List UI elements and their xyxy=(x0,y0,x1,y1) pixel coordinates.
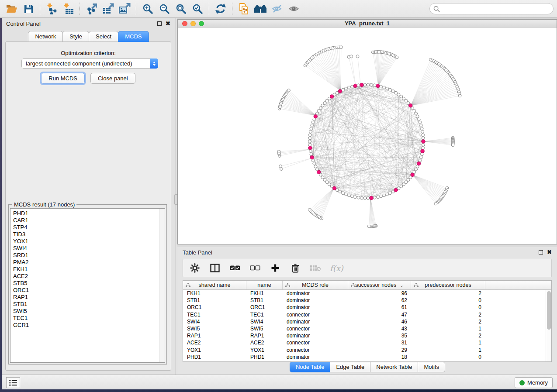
graph-node[interactable] xyxy=(386,193,389,196)
graph-node[interactable] xyxy=(420,127,423,130)
mcds-result-item[interactable]: STP4 xyxy=(13,224,158,231)
zoom-out-button[interactable] xyxy=(156,2,173,16)
graph-node[interactable] xyxy=(394,91,398,94)
list-scrollbar[interactable] xyxy=(159,209,165,362)
graph-node[interactable] xyxy=(310,153,313,156)
graph-node[interactable] xyxy=(395,56,398,59)
graph-node[interactable] xyxy=(415,112,418,115)
dominator-node[interactable] xyxy=(338,89,342,93)
tab-network[interactable]: Network xyxy=(28,31,63,42)
graph-node[interactable] xyxy=(367,83,370,86)
graph-node[interactable] xyxy=(380,195,383,198)
graph-node[interactable] xyxy=(400,95,403,98)
mcds-result-item[interactable]: ACE2 xyxy=(13,273,158,280)
graph-node[interactable] xyxy=(363,197,367,200)
column-header-predecessor-nodes[interactable]: predecessor nodes xyxy=(411,281,485,289)
import-network-button[interactable] xyxy=(43,2,60,16)
graph-node[interactable] xyxy=(310,127,313,130)
graph-node[interactable] xyxy=(376,196,379,199)
graph-node[interactable] xyxy=(422,143,425,146)
graph-node[interactable] xyxy=(416,115,419,118)
graph-node[interactable] xyxy=(325,99,329,102)
save-session-button[interactable] xyxy=(20,2,37,16)
graph-node[interactable] xyxy=(347,86,350,89)
table-row[interactable]: SWI4SWI4dominator462 xyxy=(183,318,551,325)
dominator-node[interactable] xyxy=(421,149,424,153)
mcds-result-item[interactable]: PHD1 xyxy=(13,210,158,217)
table-row[interactable]: TEC1TEC1connector472 xyxy=(183,311,551,318)
graph-node[interactable] xyxy=(287,89,291,92)
tab-style[interactable]: Style xyxy=(62,31,89,42)
mcds-result-item[interactable]: YOX1 xyxy=(13,238,158,245)
mcds-result-item[interactable]: PMA2 xyxy=(13,259,158,266)
graph-node[interactable] xyxy=(309,150,312,153)
dominator-node[interactable] xyxy=(360,83,363,86)
dominator-node[interactable] xyxy=(308,146,312,150)
zoom-selected-button[interactable] xyxy=(189,2,206,16)
column-header-name[interactable]: name xyxy=(246,281,283,289)
delete-column-button[interactable] xyxy=(290,261,301,275)
graph-node[interactable] xyxy=(313,162,316,165)
graph-node[interactable] xyxy=(323,179,326,182)
graph-node[interactable] xyxy=(402,183,405,186)
graph-node[interactable] xyxy=(389,192,392,195)
binoculars-button[interactable] xyxy=(252,2,269,16)
export-table-button[interactable] xyxy=(100,2,116,16)
table-row[interactable]: ORC1ORC1dominator610 xyxy=(183,304,551,311)
mcds-result-item[interactable]: SWI4 xyxy=(13,245,158,252)
dominator-node[interactable] xyxy=(332,186,336,190)
graph-node[interactable] xyxy=(325,181,329,184)
zoom-fit-button[interactable] xyxy=(173,2,189,16)
graph-node[interactable] xyxy=(308,208,311,211)
close-panel-button[interactable]: Close panel xyxy=(90,73,135,84)
table-row[interactable]: RAP1RAP1dominator352 xyxy=(183,332,551,339)
graph-node[interactable] xyxy=(308,137,311,140)
dominator-node[interactable] xyxy=(314,114,317,118)
table-row[interactable]: ACE2ACE2connector311 xyxy=(183,339,551,346)
split-view-button[interactable] xyxy=(209,261,221,275)
import-table-button[interactable] xyxy=(60,2,76,16)
graph-node[interactable] xyxy=(367,197,370,200)
mcds-result-item[interactable]: STB1 xyxy=(13,301,158,308)
dominator-node[interactable] xyxy=(353,84,357,87)
graph-node[interactable] xyxy=(413,109,416,112)
dominator-node[interactable] xyxy=(422,140,425,143)
graph-node[interactable] xyxy=(357,196,360,199)
deselect-all-rows-button[interactable] xyxy=(249,261,261,275)
zoom-in-button[interactable] xyxy=(139,2,156,16)
graph-node[interactable] xyxy=(351,195,354,198)
scrollbar-thumb[interactable] xyxy=(547,291,551,330)
mcds-result-item[interactable]: SWI5 xyxy=(13,308,158,315)
graph-node[interactable] xyxy=(344,193,347,196)
graph-node[interactable] xyxy=(319,107,322,110)
mcds-result-item[interactable]: SRD1 xyxy=(13,252,158,259)
graph-node[interactable] xyxy=(422,146,425,149)
graph-node[interactable] xyxy=(383,86,386,89)
graph-node[interactable] xyxy=(308,140,311,143)
dominator-node[interactable] xyxy=(411,173,414,176)
graph-node[interactable] xyxy=(351,85,354,88)
mcds-result-item[interactable]: FKH1 xyxy=(13,266,158,273)
graph-node[interactable] xyxy=(363,83,367,86)
graph-node[interactable] xyxy=(367,225,370,228)
graph-node[interactable] xyxy=(321,104,324,107)
graph-node[interactable] xyxy=(389,88,392,91)
table-row[interactable]: PHD1PHD1dominator180 xyxy=(183,354,551,361)
task-history-button[interactable] xyxy=(6,377,20,388)
column-header-shared-name[interactable]: shared name xyxy=(183,281,246,289)
tab-edge-table[interactable]: Edge Table xyxy=(330,362,370,372)
graph-node[interactable] xyxy=(402,97,405,100)
mcds-result-item[interactable]: CAR1 xyxy=(13,217,158,224)
graph-node[interactable] xyxy=(308,134,311,137)
table-row[interactable]: SWI5SWI5connector431 xyxy=(183,325,551,332)
dominator-node[interactable] xyxy=(417,162,421,165)
graph-node[interactable] xyxy=(357,84,360,87)
graph-node[interactable] xyxy=(339,190,342,193)
float-table-panel-icon[interactable] xyxy=(539,250,543,254)
mcds-result-item[interactable]: ORC1 xyxy=(13,287,158,294)
float-panel-icon[interactable] xyxy=(157,21,162,26)
graph-node[interactable] xyxy=(405,181,408,184)
dominator-node[interactable] xyxy=(370,196,373,199)
mcds-result-item[interactable]: TEC1 xyxy=(13,315,158,322)
graph-node[interactable] xyxy=(277,150,280,153)
